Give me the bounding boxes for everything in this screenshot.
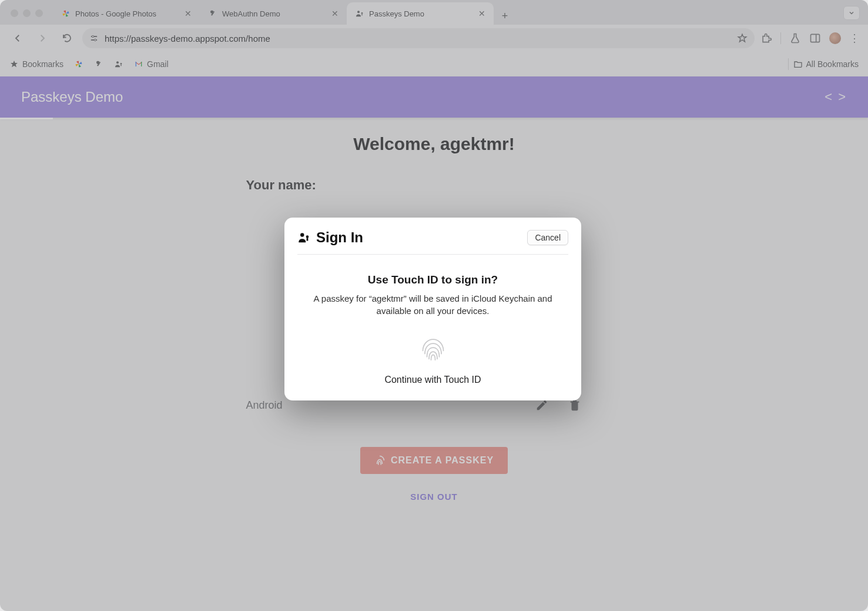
svg-point-9 bbox=[120, 63, 122, 65]
svg-point-10 bbox=[300, 233, 304, 236]
close-icon[interactable]: ✕ bbox=[185, 9, 192, 18]
person-key-icon bbox=[355, 9, 364, 18]
tab-strip: Photos - Google Photos ✕ WebAuthn Demo ✕… bbox=[0, 0, 868, 25]
tab-title: Passkeys Demo bbox=[369, 9, 424, 18]
address-bar[interactable]: https://passkeys-demo.appspot.com/home bbox=[82, 28, 755, 48]
svg-point-4 bbox=[92, 35, 93, 37]
url-text: https://passkeys-demo.appspot.com/home bbox=[105, 34, 731, 44]
minimize-window-icon[interactable] bbox=[23, 9, 31, 17]
tab-photos[interactable]: Photos - Google Photos ✕ bbox=[53, 2, 200, 25]
bookmarks-bar: Bookmarks Gmail All Bookmarks bbox=[0, 52, 868, 76]
key-icon bbox=[208, 9, 217, 18]
tab-title: Photos - Google Photos bbox=[75, 9, 156, 18]
close-icon[interactable]: ✕ bbox=[478, 9, 485, 18]
back-button[interactable] bbox=[8, 29, 27, 48]
cancel-button[interactable]: Cancel bbox=[527, 230, 568, 245]
signout-label: SIGN OUT bbox=[410, 492, 458, 502]
new-tab-button[interactable]: + bbox=[496, 7, 514, 25]
modal-header: Sign In Cancel bbox=[297, 229, 568, 255]
modal-description: A passkey for “agektmr” will be saved in… bbox=[310, 292, 557, 317]
separator bbox=[780, 32, 781, 44]
toolbar-icons: ⋮ bbox=[760, 32, 860, 45]
svg-point-11 bbox=[306, 235, 309, 238]
edit-icon[interactable] bbox=[535, 399, 548, 412]
signin-modal: Sign In Cancel Use Touch ID to sign in? … bbox=[284, 218, 581, 400]
forward-button[interactable] bbox=[33, 29, 52, 48]
create-passkey-button[interactable]: CREATE A PASSKEY bbox=[360, 447, 508, 474]
signout-button[interactable]: SIGN OUT bbox=[193, 492, 675, 502]
app-title: Passkeys Demo bbox=[21, 89, 123, 105]
delete-icon[interactable] bbox=[568, 399, 581, 412]
code-icon[interactable]: < > bbox=[825, 89, 847, 105]
menu-icon[interactable]: ⋮ bbox=[849, 32, 860, 45]
extensions-icon[interactable] bbox=[760, 32, 772, 44]
svg-point-1 bbox=[361, 12, 363, 14]
tab-title: WebAuthn Demo bbox=[222, 9, 280, 18]
bookmark-key[interactable] bbox=[94, 59, 103, 69]
fingerprint-icon bbox=[374, 455, 385, 466]
svg-point-0 bbox=[357, 11, 360, 13]
bookmarks-menu[interactable]: Bookmarks bbox=[9, 59, 63, 69]
maximize-window-icon[interactable] bbox=[35, 9, 43, 17]
bookmark-gmail-label: Gmail bbox=[147, 59, 169, 69]
fingerprint-icon[interactable] bbox=[417, 331, 450, 364]
app-header: Passkeys Demo < > bbox=[0, 76, 868, 118]
bookmark-star-icon[interactable] bbox=[737, 33, 748, 44]
modal-heading: Use Touch ID to sign in? bbox=[297, 273, 568, 286]
all-bookmarks-label: All Bookmarks bbox=[806, 59, 859, 69]
labs-icon[interactable] bbox=[789, 32, 801, 44]
address-row: https://passkeys-demo.appspot.com/home ⋮ bbox=[0, 25, 868, 52]
modal-body: Use Touch ID to sign in? A passkey for “… bbox=[297, 255, 568, 385]
reload-button[interactable] bbox=[58, 29, 76, 48]
bookmark-person-key[interactable] bbox=[114, 59, 123, 69]
svg-point-5 bbox=[94, 39, 96, 41]
tab-passkeys[interactable]: Passkeys Demo ✕ bbox=[347, 2, 494, 25]
tab-indicator bbox=[0, 118, 53, 119]
tab-webauthn[interactable]: WebAuthn Demo ✕ bbox=[200, 2, 347, 25]
credential-name: Android bbox=[246, 399, 283, 412]
create-passkey-label: CREATE A PASSKEY bbox=[391, 455, 494, 466]
person-key-icon bbox=[297, 231, 310, 244]
tab-list-dropdown[interactable] bbox=[843, 6, 860, 20]
bookmarks-label: Bookmarks bbox=[22, 59, 63, 69]
your-name-label: Your name: bbox=[193, 178, 675, 193]
side-panel-icon[interactable] bbox=[809, 32, 821, 44]
window-traffic-lights[interactable] bbox=[11, 9, 43, 17]
browser-chrome: Photos - Google Photos ✕ WebAuthn Demo ✕… bbox=[0, 0, 868, 76]
bookmark-gmail[interactable]: Gmail bbox=[134, 59, 169, 69]
close-icon[interactable]: ✕ bbox=[331, 9, 339, 18]
continue-touchid-label: Continue with Touch ID bbox=[297, 375, 568, 385]
welcome-heading: Welcome, agektmr! bbox=[193, 134, 675, 154]
site-settings-icon[interactable] bbox=[89, 34, 99, 43]
bookmark-google-photos[interactable] bbox=[74, 59, 83, 69]
all-bookmarks-button[interactable]: All Bookmarks bbox=[793, 59, 859, 69]
modal-title: Sign In bbox=[316, 229, 363, 246]
cancel-label: Cancel bbox=[535, 233, 561, 242]
profile-avatar-icon[interactable] bbox=[829, 32, 841, 44]
close-window-icon[interactable] bbox=[11, 9, 18, 17]
google-photos-icon bbox=[61, 9, 71, 18]
separator bbox=[788, 58, 789, 70]
svg-rect-6 bbox=[811, 34, 820, 42]
svg-point-8 bbox=[116, 61, 119, 64]
credential-row: Android bbox=[193, 399, 675, 412]
